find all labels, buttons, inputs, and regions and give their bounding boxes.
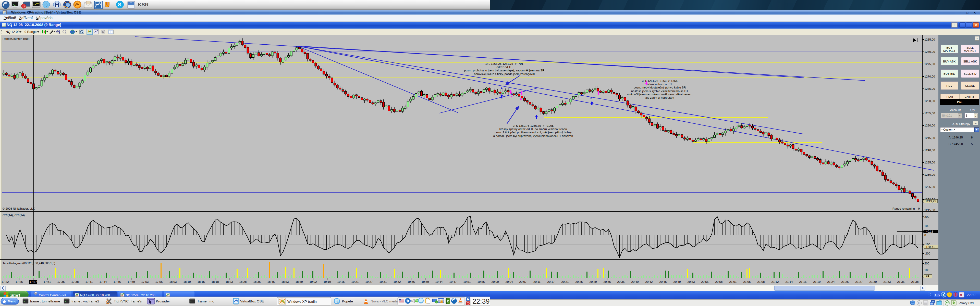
svg-text:18:03: 18:03 [169,280,177,283]
svg-text:1250,00: 1250,00 [924,124,935,127]
svg-text:20:53: 20:53 [687,280,695,283]
svg-text:VirtualBox OSE: VirtualBox OSE [240,300,264,303]
svg-text:D: D [447,300,449,303]
svg-text:>_: >_ [13,3,16,6]
svg-text:1280,00: 1280,00 [924,50,935,53]
svg-text:n: n [960,293,962,297]
svg-text:RangeCounter(True): RangeCounter(True) [3,37,30,40]
svg-text:frame : tunnelframe: frame : tunnelframe [30,300,60,303]
svg-text:19:47: 19:47 [449,280,457,283]
svg-text:krásný zpětný odraz od TL do s: krásný zpětný odraz od TL do směru velké… [500,127,567,130]
svg-text:18:15: 18:15 [197,280,205,283]
svg-text:>-: >- [65,300,67,303]
svg-text:21:12: 21:12 [772,280,779,283]
svg-text:21:33: 21:33 [883,280,891,283]
svg-text:18:46: 18:46 [267,280,275,283]
svg-text:TightVNC: frame's: TightVNC: frame's [114,300,142,303]
svg-text:19:51: 19:51 [463,280,471,283]
svg-text:19:31: 19:31 [380,280,387,283]
svg-text:19:36: 19:36 [407,280,415,283]
svg-text:1230,00: 1230,00 [924,173,935,176]
svg-text:17:22: 17:22 [2,280,9,283]
svg-text:NQ 12-08: NQ 12-08 [6,30,19,34]
svg-text:© 2008 NinjaTrader, LLC: © 2008 NinjaTrader, LLC [3,207,35,210]
svg-text:1: L 1266,25-1261,75 -> -70$: 1: L 1266,25-1261,75 -> -70$ [485,62,523,65]
svg-text:1235,00: 1235,00 [924,161,935,164]
svg-text:21:30: 21:30 [870,280,877,283]
svg-text:17:27: 17:27 [30,280,37,283]
svg-text:TimeHistogram(60,120,180,240,3: TimeHistogram(60,120,180,240,300,1,5) [3,262,56,265]
svg-text:22:39: 22:39 [473,298,490,305]
svg-text:1270,00: 1270,00 [924,75,935,78]
svg-text:naštestí jsem si rychle všiml: naštestí jsem si rychle všiml tvořícího … [631,89,688,93]
svg-text:18:59: 18:59 [296,280,303,283]
svg-text:odraz od TL: odraz od TL [496,65,512,68]
svg-text:a pomalu jsem byl připravenej: a pomalu jsem byl připravenej vystoupit,… [493,135,573,138]
svg-text:>-: >- [24,300,25,303]
svg-text:22:39: 22:39 [967,293,975,297]
svg-text:obrovskej skluz 4 ticky, pozde: obrovskej skluz 4 ticky, pozde jsem zare… [474,73,535,76]
svg-text:21:27: 21:27 [856,280,863,283]
svg-text:21:26: 21:26 [842,280,849,283]
svg-text:20:29: 20:29 [590,280,597,283]
svg-text:19:21: 19:21 [352,280,359,283]
svg-text:frame : mc: frame : mc [198,300,214,303]
svg-text:20:58: 20:58 [715,280,723,283]
svg-text:Kopete: Kopete [342,300,353,303]
svg-text:17:35: 17:35 [57,280,65,283]
svg-text:19:27: 19:27 [366,280,373,283]
svg-text:Range remaining = 9: Range remaining = 9 [892,207,920,210]
svg-text:CCI(14), CCI(14): CCI(14), CCI(14) [3,214,25,217]
svg-text:20:17: 20:17 [547,280,555,283]
svg-text:S: S [102,30,104,33]
svg-text:21:36: 21:36 [897,280,905,283]
svg-text:21:05: 21:05 [743,280,751,283]
svg-text:0: 0 [924,233,926,237]
svg-text:19:39: 19:39 [422,280,429,283]
svg-text:pozn.: nebyl dostatečný pohyb: pozn.: nebyl dostatečný pohyb kvůlu SR [634,86,686,89]
svg-text:Nova - VLC media p: Nova - VLC media p [371,300,402,303]
svg-text:3: L 1261,25- 1263 -> +35$: 3: L 1261,25- 1263 -> +35$ [642,79,678,82]
svg-text:19:32: 19:32 [393,280,401,283]
svg-text:21:01: 21:01 [729,280,737,283]
svg-text:18:10: 18:10 [183,280,191,283]
svg-text:17:44: 17:44 [100,280,107,283]
svg-text:200: 200 [924,262,929,265]
svg-text:>-: >- [190,300,192,303]
svg-text:;-): ;-) [336,300,339,303]
svg-text:KSR: KSR [138,2,149,7]
svg-text:Krusader: Krusader [156,300,170,303]
svg-text:19:10: 19:10 [324,280,331,283]
svg-text:20:45: 20:45 [659,280,667,283]
svg-text:21:08: 21:08 [757,280,765,283]
svg-text:frame : vncframe2: frame : vncframe2 [72,300,99,303]
svg-text:17:41: 17:41 [86,280,93,283]
svg-text:;-): ;-) [45,3,48,6]
svg-text:ale zatim si netroufám: ale zatim si netroufám [646,96,674,99]
svg-text:20:00: 20:00 [492,280,499,283]
svg-text:1275,00: 1275,00 [924,62,935,65]
svg-text:18:36: 18:36 [253,280,261,283]
svg-text:pozn.:1 tick před profitem se: pozn.:1 tick před profitem se odrazil, m… [495,131,572,134]
svg-text:100: 100 [924,224,929,227]
svg-text:24: 24 [926,274,929,278]
svg-text:20:25: 20:25 [576,280,583,283]
svg-text:17:46: 17:46 [114,280,121,283]
svg-text:-200: -200 [924,252,930,255]
svg-text:40,18: 40,18 [926,230,933,233]
svg-text:US: US [399,300,401,301]
svg-text:1265,00: 1265,00 [924,87,935,90]
svg-text:17:49: 17:49 [127,280,135,283]
svg-text:200: 200 [924,215,929,218]
svg-text:20:35: 20:35 [604,280,611,283]
svg-text:20:36: 20:36 [617,280,625,283]
svg-text:1255,00: 1255,00 [924,112,935,115]
svg-text:20:11: 20:11 [533,280,541,283]
svg-text:2: S 1260,75-1255,75 -> +100$: 2: S 1260,75-1255,75 -> +100$ [513,124,554,127]
svg-text:Windows XP-tradin: Windows XP-tradin [287,300,317,303]
svg-text:17:56: 17:56 [156,280,163,283]
svg-text:1215,00: 1215,00 [924,209,935,212]
svg-text:17:31: 17:31 [44,280,51,283]
svg-text:odraz nahoru od TL: odraz nahoru od TL [647,82,673,86]
svg-text:19:44: 19:44 [435,280,443,283]
